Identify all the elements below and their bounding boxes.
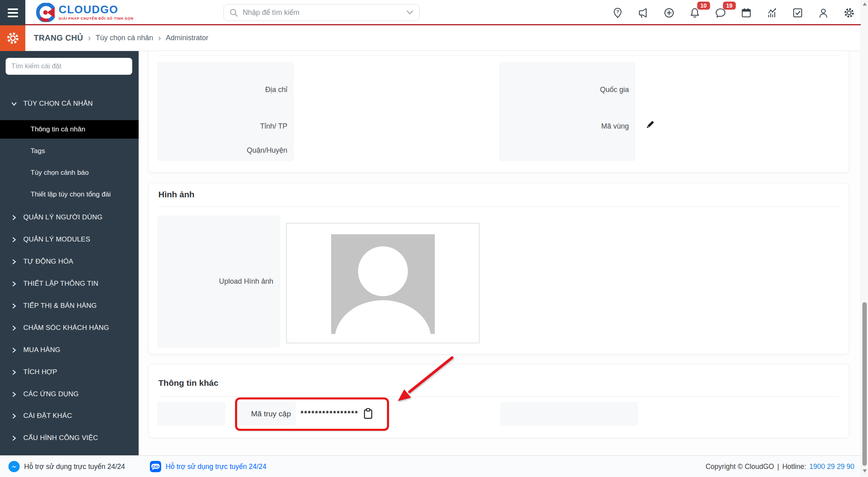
header-accent-line <box>25 24 868 25</box>
other-card-title: Thông tin khác <box>158 378 218 388</box>
card-divider <box>158 396 839 397</box>
image-card: Hình ảnh Upload Hình ảnh <box>148 183 849 354</box>
messenger-icon <box>8 461 20 473</box>
breadcrumb-separator: › <box>158 33 161 43</box>
calendar-icon[interactable] <box>739 6 753 20</box>
breadcrumb-section[interactable]: Tùy chọn cá nhân <box>96 34 153 42</box>
chevron-right-icon <box>11 303 17 309</box>
cloudgo-logo-icon <box>36 3 55 22</box>
search-icon <box>229 8 238 17</box>
cloudgo-logo[interactable]: CLOUDGO GIẢI PHÁP CHUYỂN ĐỔI SỐ TINH GỌN <box>36 3 133 22</box>
breadcrumb-separator: › <box>88 33 91 43</box>
empty-label-box-right <box>500 402 638 426</box>
top-header: CLOUDGO GIẢI PHÁP CHUYỂN ĐỔI SỐ TINH GỌN… <box>0 0 868 25</box>
logo-title: CLOUDGO <box>59 4 133 15</box>
messenger-support-link[interactable]: Hỗ trợ sử dụng trực tuyến 24/24 <box>8 456 125 477</box>
user-icon[interactable] <box>817 6 830 20</box>
sidebar-item-tags[interactable]: Tags <box>0 140 139 162</box>
sidebar-group-personal-options[interactable]: TÙY CHỌN CÁ NHÂN <box>0 93 139 115</box>
tasks-check-icon[interactable] <box>791 6 805 20</box>
copyright-text: Copyright © CloudGO <box>706 463 774 471</box>
sidebar-item-alert-options[interactable]: Tùy chọn cảnh báo <box>0 162 139 184</box>
hotline-label: Hotline: <box>782 463 806 471</box>
annotation-arrow <box>384 345 468 409</box>
country-labels-box: Quốc gia Mã vùng <box>499 62 635 161</box>
breadcrumb: TRANG CHỦ › Tùy chọn cá nhân › Administr… <box>34 25 209 51</box>
scrollbar-down-arrow[interactable] <box>863 469 867 473</box>
sidebar-group-applications[interactable]: CÁC ỨNG DỤNG <box>0 383 139 405</box>
hamburger-menu-button[interactable] <box>0 0 25 25</box>
zalo-support-label: Hỗ trợ sử dụng trực tuyến 24/24 <box>166 463 266 471</box>
chevron-right-icon <box>11 435 17 441</box>
search-dropdown-chevron-icon[interactable] <box>406 10 414 15</box>
footer: Hỗ trợ sử dụng trực tuyến 24/24 Zalo Hỗ … <box>0 455 868 477</box>
svg-text:?: ? <box>616 9 619 14</box>
chevron-right-icon <box>11 391 17 397</box>
sidebar-group-integration[interactable]: TÍCH HỢP <box>0 361 139 383</box>
sidebar-group-customer-care[interactable]: CHĂM SÓC KHÁCH HÀNG <box>0 317 139 339</box>
add-icon[interactable] <box>662 6 676 20</box>
field-label-area-code: Mã vùng <box>506 119 629 134</box>
edit-pencil-icon[interactable] <box>645 119 656 129</box>
sidebar-group-user-management[interactable]: QUẢN LÝ NGƯỜI DÙNG <box>0 207 139 228</box>
chevron-right-icon <box>11 413 17 419</box>
sidebar-group-other-settings[interactable]: CÀI ĐẶT KHÁC <box>0 405 139 427</box>
page-scrollbar[interactable] <box>861 0 868 477</box>
card-divider <box>158 207 839 207</box>
avatar-placeholder-image <box>331 234 435 334</box>
notifications-badge: 10 <box>697 2 710 10</box>
svg-text:Zalo: Zalo <box>151 465 159 469</box>
image-card-title: Hình ảnh <box>158 190 194 199</box>
global-search-input[interactable] <box>242 8 406 17</box>
chevron-right-icon <box>11 325 17 331</box>
zalo-support-link[interactable]: Zalo Hỗ trợ sử dụng trực tuyến 24/24 <box>149 456 266 477</box>
field-label-address: Địa chỉ <box>164 82 287 97</box>
scrollbar-thumb[interactable] <box>862 302 867 466</box>
sidebar-group-marketing-sales[interactable]: TIẾP THỊ & BÁN HÀNG <box>0 295 139 317</box>
address-card: Địa chỉ Tỉnh/ TP Quận/Huyện Quốc gia Mã … <box>148 51 849 173</box>
global-search <box>223 4 420 21</box>
sidebar-group-purchasing[interactable]: MUA HÀNG <box>0 339 139 361</box>
hotline-number-link[interactable]: 1900 29 29 90 <box>809 463 854 471</box>
chevron-right-icon <box>11 347 17 353</box>
map-pin-help-icon[interactable]: ? <box>611 6 624 20</box>
breadcrumb-bar: TRANG CHỦ › Tùy chọn cá nhân › Administr… <box>0 25 868 51</box>
sidebar-item-callcenter-options[interactable]: Thiết lập tùy chọn tổng đài <box>0 184 139 205</box>
field-label-district: Quận/Huyện <box>164 143 287 158</box>
breadcrumb-page: Administrator <box>166 34 208 42</box>
sidebar-item-personal-info[interactable]: Thông tin cá nhân <box>0 120 139 139</box>
messages-badge: 19 <box>723 2 736 10</box>
sidebar-group-info-setup[interactable]: THIẾT LẬP THÔNG TIN <box>0 273 139 295</box>
settings-sidebar: TÙY CHỌN CÁ NHÂN Thông tin cá nhân Tags … <box>0 51 139 455</box>
chevron-right-icon <box>11 281 17 287</box>
main-content: Địa chỉ Tỉnh/ TP Quận/Huyện Quốc gia Mã … <box>139 51 862 455</box>
chevron-right-icon <box>11 369 17 375</box>
copyright-area: Copyright © CloudGO | Hotline: 1900 29 2… <box>706 456 854 477</box>
scrollbar-up-arrow[interactable] <box>863 2 867 6</box>
logo-tagline: GIẢI PHÁP CHUYỂN ĐỔI SỐ TINH GỌN <box>59 16 133 20</box>
chevron-down-icon <box>11 101 17 107</box>
sidebar-group-automation[interactable]: TỰ ĐỘNG HÓA <box>0 251 139 272</box>
card-divider <box>158 55 839 56</box>
empty-label-box-left <box>157 402 225 426</box>
upload-image-button[interactable]: Upload Hình ảnh <box>157 215 280 348</box>
sidebar-group-work-config[interactable]: CẤU HÌNH CÔNG VIỆC <box>0 427 139 449</box>
annotation-highlight-rectangle <box>235 397 389 431</box>
avatar-frame <box>286 223 479 343</box>
gear-icon <box>6 31 20 45</box>
chevron-right-icon <box>11 237 17 243</box>
breadcrumb-home[interactable]: TRANG CHỦ <box>34 33 83 43</box>
megaphone-icon[interactable] <box>637 6 650 20</box>
address-labels-box: Địa chỉ Tỉnh/ TP Quận/Huyện <box>157 62 294 161</box>
settings-gear-icon[interactable] <box>842 6 856 20</box>
zalo-icon: Zalo <box>149 461 162 473</box>
field-label-province: Tỉnh/ TP <box>164 119 287 134</box>
chevron-right-icon <box>11 215 17 221</box>
footer-separator: | <box>777 463 779 471</box>
messenger-support-label: Hỗ trợ sử dụng trực tuyến 24/24 <box>24 463 125 471</box>
analytics-icon[interactable] <box>765 6 779 20</box>
sidebar-group-modules-management[interactable]: QUẢN LÝ MODULES <box>0 229 139 250</box>
settings-section-tile[interactable] <box>0 25 25 51</box>
chevron-right-icon <box>11 259 17 265</box>
sidebar-search-input[interactable] <box>6 58 132 75</box>
